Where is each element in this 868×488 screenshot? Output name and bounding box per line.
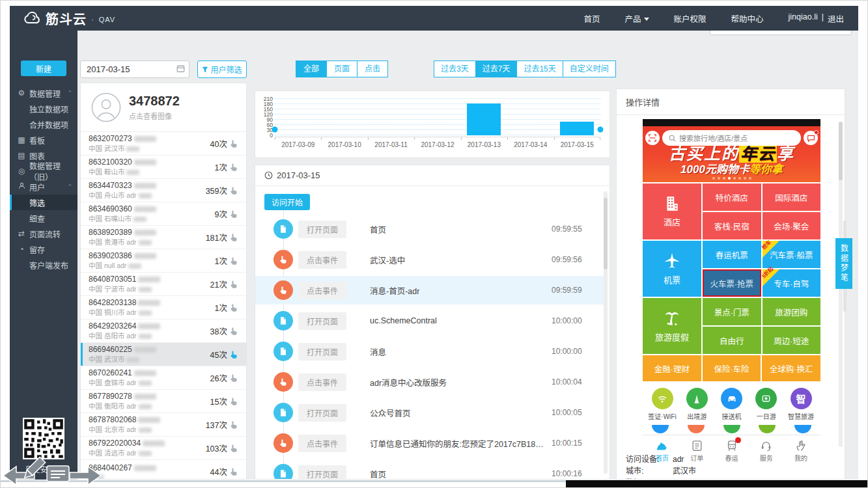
timeline-event[interactable]: 打开页面 消息 10:00:00: [255, 337, 604, 366]
user-row[interactable]: 8634690360 中国 石嘴山市 9次: [81, 202, 246, 226]
timeline-event[interactable]: 打开页面 uc.SchemeContral 10:00:00: [255, 306, 604, 335]
sidebar-item-users[interactable]: 用户 ⌃: [10, 179, 77, 195]
top-navbar: 筋斗云 · QAV 首页 产品 账户权限 帮助中心 jinqiao.li | 退…: [10, 6, 858, 31]
user-row[interactable]: 8638920389 中国 贵港市 adr 181次: [81, 226, 246, 249]
user-row[interactable]: 8670260241 中国 盘锦市 adr 26次: [81, 366, 246, 390]
grid-cell[interactable]: 客栈·民宿: [703, 212, 761, 239]
grid-cell[interactable]: 校车 汽车票·船票: [763, 241, 821, 268]
sidebar-item-filter[interactable]: 筛选: [10, 195, 77, 210]
user-filter-button[interactable]: 用户筛选: [197, 61, 247, 78]
flight-main-cell[interactable]: 机票: [643, 241, 701, 297]
user-row[interactable]: 86408703051 中国 宁波市 adr 21次: [81, 273, 246, 296]
quicklink-airport-transfer[interactable]: 接送机: [716, 388, 748, 421]
user-row[interactable]: 86428203138 中国 铜川市 adr 1次: [81, 296, 246, 319]
sidebar-item-data-mgmt[interactable]: ⚙ 数据管理 ⌃: [10, 85, 77, 101]
view-tab[interactable]: 全部: [296, 61, 327, 77]
avatar[interactable]: [91, 92, 121, 122]
nav-home[interactable]: 首页: [584, 12, 600, 25]
timeline-event[interactable]: 打开页面 首页 10:00:16: [255, 459, 604, 480]
user-row[interactable]: 86787802068 中国 北京市 adr 137次: [81, 413, 246, 437]
annotate-note-icon[interactable]: [46, 465, 70, 482]
redacted-blur: [139, 404, 152, 409]
grid-cell[interactable]: 特价酒店: [703, 183, 761, 211]
grid-cell[interactable]: 旅游团购: [763, 298, 821, 325]
nav-help-center[interactable]: 帮助中心: [731, 12, 764, 25]
sidebar-item-data-mgmt-old[interactable]: ◎ 数据管理（旧）: [10, 163, 77, 179]
nav-username[interactable]: jinqiao.li: [789, 12, 818, 25]
data-side-tab[interactable]: 数据梦笔: [835, 238, 852, 289]
grid-cell[interactable]: 春运机票: [703, 241, 761, 268]
sidebar-item-inspect[interactable]: 细查: [10, 210, 77, 226]
app-screenshot-preview: 古买上的年云享 1000元购物卡等你拿 搜索旅行地/酒店/景点: [643, 119, 820, 465]
timeline-event[interactable]: 打开页面 公众号首页 10:00:05: [255, 398, 604, 427]
event-title: 首页: [370, 223, 386, 236]
grid-cell[interactable]: 自由行: [703, 327, 761, 354]
timeline-event[interactable]: 打开页面 首页 09:59:55: [255, 215, 604, 243]
logo[interactable]: 筋斗云 · QAV: [24, 9, 115, 28]
grid-cell[interactable]: 周边·短途: [763, 327, 821, 354]
user-row[interactable]: 8677890278 中国 衡阳市 adr 15次: [81, 390, 246, 413]
date-input[interactable]: [80, 61, 189, 78]
grid-cell[interactable]: 景点·门票: [703, 298, 761, 325]
event-title: 消息-首页-adr: [370, 284, 419, 297]
camel-icon: [655, 440, 669, 452]
timeline-event[interactable]: 点击事件 武汉-选中 09:59:56: [255, 245, 604, 274]
new-button[interactable]: 新建: [21, 61, 66, 76]
sidebar-item-merged-data[interactable]: 合并数据项: [10, 116, 77, 132]
avatar-hint[interactable]: 点击查看图像: [129, 111, 180, 121]
grid-cell[interactable]: 全球购·换汇: [762, 355, 820, 381]
quicklink-smart-travel[interactable]: 智 智慧旅游: [785, 388, 817, 421]
grid-cell[interactable]: 金融·理财: [643, 355, 701, 381]
current-user-id: 3478872: [129, 94, 180, 109]
nav-account-perms[interactable]: 账户权限: [674, 12, 707, 25]
click-hand-icon: [229, 467, 238, 476]
user-row[interactable]: 86429203264 中国 岳阳市 adr 38次: [81, 319, 246, 343]
view-tab[interactable]: 页面: [326, 61, 357, 77]
grid-cell[interactable]: 国际酒店: [763, 183, 821, 211]
click-hand-icon: [229, 444, 238, 453]
board-icon: ▦: [16, 135, 27, 144]
sidebar-item-retention[interactable]: ◔ 留存: [10, 241, 77, 257]
user-row[interactable]: 8639020386 中国 null adr 1次: [81, 249, 246, 273]
user-row[interactable]: 8684040267 44次: [81, 460, 246, 480]
event-type-chip: 打开页面: [298, 343, 346, 360]
grid-cell[interactable]: 火车票·抢票: [703, 269, 761, 297]
nav-logout[interactable]: 退出: [828, 12, 844, 25]
grid-cell[interactable]: 保险·车险: [703, 355, 761, 381]
view-tab[interactable]: 点击: [357, 61, 388, 77]
quicklink-visa-wifi[interactable]: 签证·WiFi: [647, 388, 678, 421]
time-filter-tab[interactable]: 过去15天: [516, 61, 563, 77]
time-filter-tab[interactable]: 过去3天: [434, 61, 476, 77]
sidebar-item-kanban[interactable]: ▦ 看板: [10, 132, 77, 148]
quicklink-day-tour[interactable]: 一日游: [751, 388, 782, 421]
sidebar-item-page-flow[interactable]: ⇄ 页面流转: [10, 226, 77, 241]
quicklink-outbound[interactable]: 出境游: [681, 388, 712, 421]
annotate-pencil-icon[interactable]: [19, 454, 49, 483]
redacted-blur: [126, 170, 139, 175]
time-filter-tab[interactable]: 过去7天: [475, 61, 518, 77]
annotate-forward-arrow-icon[interactable]: [68, 465, 102, 486]
timeline-scrollbar[interactable]: [604, 191, 608, 474]
grid-cell[interactable]: 5折起 专车·自驾: [763, 269, 821, 297]
chart-bar[interactable]: [560, 122, 594, 135]
timeline-event[interactable]: 点击事件 订单信息已通知你的朋友:您预定了2017c7B18fbb:点击查看 1…: [255, 429, 604, 457]
sidebar-item-independent-data[interactable]: 独立数据项: [10, 101, 77, 116]
sidebar-item-client-release[interactable]: 客户端发布: [10, 257, 77, 273]
user-row[interactable]: 8632100320 中国 鞍山市 1次: [81, 156, 246, 179]
user-row[interactable]: 8634470323 中国 舟山市 adr 359次: [81, 179, 246, 202]
timeline-event[interactable]: 点击事件 adr消息中心改版服务 10:00:04: [255, 368, 604, 396]
vacation-main-cell[interactable]: 旅游度假: [643, 298, 701, 354]
user-row[interactable]: 8669460225 中国 武汉市 45次: [81, 343, 246, 366]
carousel-dots: [643, 177, 820, 180]
hotel-main-cell[interactable]: 酒店: [643, 183, 701, 239]
redacted-blur: [126, 357, 139, 362]
time-filter-tab[interactable]: 自定义时间: [563, 61, 616, 77]
grid-cell[interactable]: 会场·聚会: [763, 212, 821, 239]
scan-icon: [645, 131, 660, 145]
nav-products[interactable]: 产品: [625, 12, 649, 25]
event-title: adr消息中心改版服务: [370, 376, 447, 388]
timeline-event[interactable]: 点击事件 消息-首页-adr 09:59:59: [255, 276, 604, 305]
user-row[interactable]: 867922020034 中国 清远市 adr 103次: [81, 437, 246, 460]
chart-bar[interactable]: [467, 103, 501, 135]
user-row[interactable]: 8632070273 中国 武汉市 40次: [81, 132, 246, 156]
